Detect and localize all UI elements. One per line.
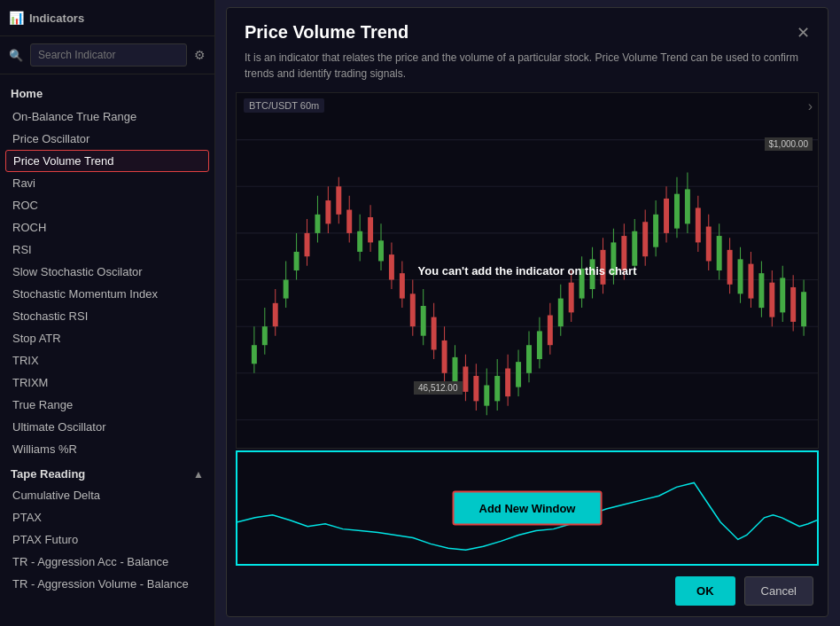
list-item-ultimate-oscillator[interactable]: Ultimate Oscillator xyxy=(0,416,214,438)
svg-rect-51 xyxy=(473,376,478,401)
svg-rect-25 xyxy=(336,186,341,215)
svg-rect-21 xyxy=(315,215,320,233)
svg-rect-53 xyxy=(484,385,489,405)
modal-header: Price Volume Trend ✕ xyxy=(227,8,828,50)
svg-rect-63 xyxy=(537,331,542,359)
svg-rect-29 xyxy=(357,231,362,252)
chevron-up-icon[interactable]: ▲ xyxy=(193,468,204,481)
svg-rect-101 xyxy=(738,259,743,293)
svg-rect-31 xyxy=(368,217,373,242)
svg-rect-61 xyxy=(526,345,532,373)
ok-button[interactable]: OK xyxy=(675,576,735,606)
svg-rect-57 xyxy=(505,369,510,397)
indicators-list: Home On-Balance True Range Price Oscilla… xyxy=(0,74,214,626)
indicators-panel: 📊 Indicators 🔍 ⚙ Home On-Balance True Ra… xyxy=(0,0,215,626)
svg-rect-113 xyxy=(801,292,806,326)
svg-rect-103 xyxy=(748,264,753,299)
svg-rect-27 xyxy=(346,210,352,233)
modal-footer: OK Cancel xyxy=(227,566,828,616)
svg-rect-55 xyxy=(494,376,500,401)
list-item-slow-stochastic[interactable]: Slow Stochastic Oscilator xyxy=(0,261,214,283)
tape-reading-section-header: Tape Reading xyxy=(11,467,85,481)
svg-rect-109 xyxy=(780,278,785,312)
svg-rect-35 xyxy=(389,254,394,279)
svg-rect-111 xyxy=(790,287,796,322)
svg-rect-99 xyxy=(727,250,733,285)
svg-rect-93 xyxy=(696,207,701,242)
list-item-roc[interactable]: ROC xyxy=(0,194,214,216)
price-low-label: 46,512.00 xyxy=(414,381,463,395)
svg-rect-23 xyxy=(325,200,331,223)
panel-header: 📊 Indicators xyxy=(0,0,214,36)
svg-rect-105 xyxy=(758,273,764,308)
close-button[interactable]: ✕ xyxy=(797,25,810,41)
list-item-williams[interactable]: Williams %R xyxy=(0,438,214,460)
svg-rect-97 xyxy=(717,236,722,270)
tape-reading-section-row: Tape Reading ▲ xyxy=(0,460,214,484)
indicator-chart: Add New Window xyxy=(236,450,819,566)
list-item-trixm[interactable]: TRIXM xyxy=(0,372,214,394)
svg-rect-9 xyxy=(252,345,257,364)
svg-rect-85 xyxy=(653,215,658,247)
chart-icon: 📊 xyxy=(9,11,24,25)
svg-rect-67 xyxy=(558,299,564,327)
svg-rect-11 xyxy=(262,326,268,345)
list-item-cumulative-delta[interactable]: Cumulative Delta xyxy=(0,484,214,506)
list-item-ptax[interactable]: PTAX xyxy=(0,506,214,528)
svg-rect-107 xyxy=(769,283,774,317)
list-item-trix[interactable]: TRIX xyxy=(0,349,214,372)
svg-rect-33 xyxy=(378,240,384,261)
svg-rect-41 xyxy=(421,306,426,336)
svg-rect-39 xyxy=(410,293,416,326)
svg-rect-81 xyxy=(632,231,637,266)
svg-rect-45 xyxy=(442,340,447,373)
svg-rect-91 xyxy=(685,189,690,223)
list-item-rsi[interactable]: RSI xyxy=(0,239,214,261)
svg-rect-65 xyxy=(548,316,553,346)
add-new-window-button[interactable]: Add New Window xyxy=(453,491,603,526)
list-item-ravi[interactable]: Ravi xyxy=(0,172,214,194)
list-item-price-oscillator[interactable]: Price Oscillator xyxy=(0,128,214,150)
svg-rect-95 xyxy=(706,227,712,262)
svg-rect-43 xyxy=(432,317,437,350)
modal-dialog: Price Volume Trend ✕ It is an indicator … xyxy=(226,7,828,617)
list-item-stochastic-momentum[interactable]: Stochastic Momentum Index xyxy=(0,283,214,305)
cancel-button[interactable]: Cancel xyxy=(744,576,813,606)
chart-label: BTC/USDT 60m xyxy=(244,98,324,113)
search-icon: 🔍 xyxy=(9,49,23,62)
search-input[interactable] xyxy=(30,43,187,67)
svg-rect-19 xyxy=(305,233,310,256)
svg-rect-69 xyxy=(569,283,574,313)
home-section-header: Home xyxy=(0,82,214,106)
list-item-ptax-futuro[interactable]: PTAX Futuro xyxy=(0,528,214,551)
chart-area: BTC/USDT 60m › $1,000.00 46,512.00 You c… xyxy=(236,92,819,566)
list-item-roch[interactable]: ROCH xyxy=(0,216,214,239)
price-high-label: $1,000.00 xyxy=(765,137,813,151)
svg-rect-47 xyxy=(453,357,458,382)
svg-rect-13 xyxy=(273,303,278,326)
svg-rect-49 xyxy=(463,366,468,391)
modal-description: It is an indicator that relates the pric… xyxy=(227,50,828,92)
list-item-on-balance[interactable]: On-Balance True Range xyxy=(0,106,214,128)
list-item-stochastic-rsi[interactable]: Stochastic RSI xyxy=(0,305,214,327)
list-item-stop-atr[interactable]: Stop ATR xyxy=(0,327,214,349)
svg-rect-37 xyxy=(400,273,405,298)
list-item-true-range[interactable]: True Range xyxy=(0,394,214,416)
svg-rect-83 xyxy=(642,222,648,256)
chart-nav-arrow[interactable]: › xyxy=(808,98,813,114)
cant-add-message: You can't add the indicator on this char… xyxy=(418,264,637,278)
svg-rect-89 xyxy=(674,194,680,229)
svg-rect-87 xyxy=(664,199,669,233)
svg-rect-59 xyxy=(516,362,521,387)
list-item-price-volume-trend[interactable]: Price Volume Trend xyxy=(5,150,209,172)
search-bar: 🔍 ⚙ xyxy=(0,36,214,74)
modal-title: Price Volume Trend xyxy=(245,22,408,43)
main-chart: BTC/USDT 60m › $1,000.00 46,512.00 You c… xyxy=(236,92,819,449)
filter-icon[interactable]: ⚙ xyxy=(194,48,206,62)
panel-title: Indicators xyxy=(29,12,84,25)
list-item-tr-aggression-acc[interactable]: TR - Aggression Acc - Balance xyxy=(0,551,214,573)
svg-rect-17 xyxy=(294,252,299,270)
list-item-tr-aggression-vol[interactable]: TR - Aggression Volume - Balance xyxy=(0,573,214,595)
svg-rect-15 xyxy=(284,280,289,299)
